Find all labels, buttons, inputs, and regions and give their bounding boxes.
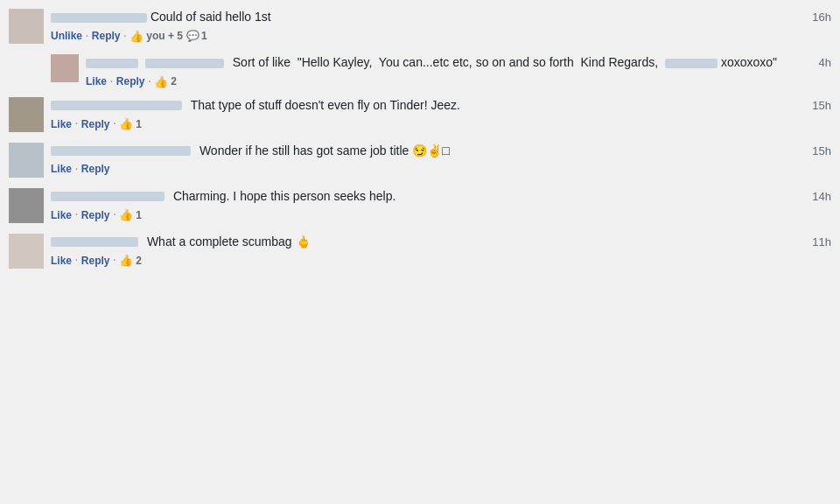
likes-count: 👍 2 bbox=[119, 254, 142, 267]
comment-content: That type of stuff doesn't even fly on T… bbox=[51, 97, 831, 131]
likes-count: 👍 you + 5 bbox=[130, 30, 183, 43]
comment-content: What a complete scumbag 🖕 Like · Reply ·… bbox=[51, 234, 831, 268]
timestamp: 11h bbox=[812, 235, 831, 248]
likes-text: 2 bbox=[136, 255, 142, 267]
reply-text: Sort of like "Hello Kayley, You can...et… bbox=[233, 55, 777, 69]
comment-text: Could of said hello 1st bbox=[150, 10, 271, 24]
reply-button[interactable]: Reply bbox=[81, 163, 110, 175]
dot-1: · bbox=[75, 164, 78, 174]
likes-count: 👍 1 bbox=[119, 117, 142, 130]
comment-actions: Unlike · Reply · 👍 you + 5 💬 1 bbox=[51, 30, 831, 43]
like-button[interactable]: Like bbox=[51, 209, 72, 221]
avatar bbox=[9, 188, 44, 223]
reply-button[interactable]: Reply bbox=[116, 75, 145, 88]
reply-button[interactable]: Reply bbox=[81, 118, 110, 130]
likes-text: 1 bbox=[136, 118, 142, 130]
reply-button[interactable]: Reply bbox=[92, 30, 121, 42]
comment-count: 1 bbox=[201, 30, 207, 42]
timestamp: 15h bbox=[812, 99, 831, 112]
dot-2: · bbox=[113, 256, 116, 265]
dot-1: · bbox=[75, 210, 78, 220]
comment-content: Wonder if he still has got same job titl… bbox=[51, 143, 831, 176]
comment-icon: 💬 bbox=[186, 30, 200, 42]
thumb-icon: 👍 bbox=[119, 254, 133, 267]
username-blur bbox=[51, 13, 147, 23]
like-button[interactable]: Like bbox=[51, 255, 72, 267]
timestamp: 14h bbox=[812, 190, 831, 203]
reply-content: Sort of like "Hello Kayley, You can...et… bbox=[86, 54, 831, 88]
like-button[interactable]: Like bbox=[86, 75, 107, 88]
comment-actions: Like · Reply bbox=[51, 163, 831, 175]
dot-1: · bbox=[75, 119, 78, 129]
nested-comment: Sort of like "Hello Kayley, You can...et… bbox=[51, 54, 831, 88]
username-blur bbox=[51, 192, 164, 201]
reply-timestamp: 4h bbox=[819, 56, 831, 69]
comment-item: What a complete scumbag 🖕 Like · Reply ·… bbox=[9, 234, 831, 269]
comment-header: Wonder if he still has got same job titl… bbox=[51, 143, 831, 160]
unlike-button[interactable]: Unlike bbox=[51, 30, 82, 42]
reply-block: Sort of like "Hello Kayley, You can...et… bbox=[51, 54, 831, 88]
username-blur-2 bbox=[145, 59, 224, 68]
reply-button[interactable]: Reply bbox=[81, 209, 110, 221]
comment-content: Could of said hello 1st Unlike · Reply ·… bbox=[51, 9, 831, 43]
comment-actions: Like · Reply · 👍 1 bbox=[51, 208, 831, 221]
reply-button[interactable]: Reply bbox=[81, 255, 110, 267]
inline-blur bbox=[665, 59, 718, 68]
comment-item: Wonder if he still has got same job titl… bbox=[9, 143, 831, 178]
comment-text: That type of stuff doesn't even fly on T… bbox=[191, 98, 460, 112]
like-button[interactable]: Like bbox=[51, 163, 72, 175]
thumb-icon: 👍 bbox=[130, 30, 144, 43]
comment-header: Could of said hello 1st bbox=[51, 9, 831, 26]
comment-actions: Like · Reply · 👍 2 bbox=[51, 254, 831, 267]
avatar bbox=[9, 234, 44, 269]
comments-container: Could of said hello 1st Unlike · Reply ·… bbox=[9, 9, 831, 269]
comment-text: What a complete scumbag 🖕 bbox=[147, 234, 311, 248]
comment-content: Charming. I hope this person seeks help.… bbox=[51, 188, 831, 222]
dot-1: · bbox=[86, 32, 88, 41]
avatar-small bbox=[51, 54, 79, 82]
likes-count: 👍 2 bbox=[154, 75, 177, 88]
likes-count: 👍 1 bbox=[119, 208, 142, 221]
comment-actions: Like · Reply · 👍 1 bbox=[51, 117, 831, 130]
username-blur bbox=[51, 101, 182, 110]
reply-header: Sort of like "Hello Kayley, You can...et… bbox=[86, 54, 831, 72]
dot-2: · bbox=[123, 32, 126, 41]
comment-header: That type of stuff doesn't even fly on T… bbox=[51, 97, 831, 115]
avatar bbox=[9, 143, 44, 178]
timestamp: 16h bbox=[812, 10, 831, 24]
dot-1: · bbox=[110, 77, 113, 87]
dot-2: · bbox=[113, 119, 116, 129]
thumb-icon: 👍 bbox=[154, 75, 168, 88]
avatar bbox=[9, 97, 44, 132]
comment-item: That type of stuff doesn't even fly on T… bbox=[9, 97, 831, 132]
likes-text: 2 bbox=[171, 75, 177, 88]
avatar bbox=[9, 9, 44, 44]
thumb-icon: 👍 bbox=[119, 208, 133, 221]
dot-2: · bbox=[113, 210, 116, 220]
dot-1: · bbox=[75, 256, 78, 265]
like-button[interactable]: Like bbox=[51, 118, 72, 130]
likes-text: 1 bbox=[136, 209, 142, 221]
comment-item: Charming. I hope this person seeks help.… bbox=[9, 188, 831, 223]
likes-text: you + 5 bbox=[146, 30, 183, 42]
comment-header: What a complete scumbag 🖕 bbox=[51, 234, 831, 251]
username-blur bbox=[86, 59, 138, 68]
reply-actions: Like · Reply · 👍 2 bbox=[86, 75, 831, 88]
comment-header: Charming. I hope this person seeks help. bbox=[51, 188, 831, 206]
comment-text: Charming. I hope this person seeks help. bbox=[173, 189, 396, 203]
comment-text: Wonder if he still has got same job titl… bbox=[200, 144, 450, 158]
dot-2: · bbox=[148, 77, 150, 87]
username-blur bbox=[51, 237, 138, 247]
username-blur bbox=[51, 146, 191, 156]
thumb-icon: 👍 bbox=[119, 117, 133, 130]
comment-item: Could of said hello 1st Unlike · Reply ·… bbox=[9, 9, 831, 44]
timestamp: 15h bbox=[812, 144, 831, 158]
